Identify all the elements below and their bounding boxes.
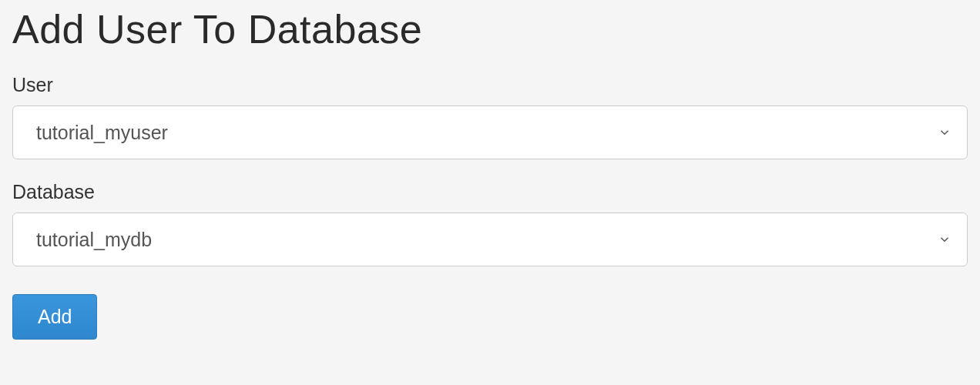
database-select-value: tutorial_mydb	[36, 229, 152, 251]
user-field-group: User tutorial_myuser	[12, 74, 968, 159]
add-button[interactable]: Add	[12, 294, 97, 340]
database-label: Database	[12, 181, 968, 203]
chevron-down-icon	[938, 126, 951, 139]
user-select[interactable]: tutorial_myuser	[12, 105, 968, 159]
page-title: Add User To Database	[12, 6, 968, 52]
database-select[interactable]: tutorial_mydb	[12, 213, 968, 266]
user-label: User	[12, 74, 968, 96]
chevron-down-icon	[938, 233, 951, 246]
user-select-value: tutorial_myuser	[36, 122, 168, 144]
database-field-group: Database tutorial_mydb	[12, 181, 968, 266]
